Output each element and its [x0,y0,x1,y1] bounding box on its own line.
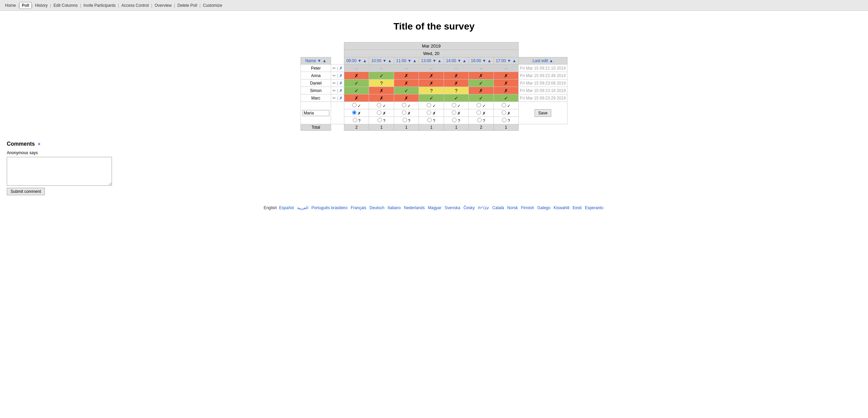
time-col-3[interactable]: 13:00 ▼ ▲ [419,57,444,65]
radio-maybe-3[interactable]: ? [419,117,444,124]
radio-yes-5[interactable]: ✓ [469,102,494,109]
vote-cell-r4-c6: ✓ [494,94,518,102]
current-lang: English [264,205,277,210]
lang-link-nederlands[interactable]: Nederlands [404,205,425,210]
new-name-cell [301,102,331,124]
lang-link-eesti[interactable]: Eesti [573,205,582,210]
radio-yes-6[interactable]: ✓ [494,102,518,109]
delete-icon-1[interactable]: ✗ [339,73,343,78]
edit-icon-pipe: | [337,73,338,78]
language-links: Español العربية Português brasileiro Fra… [278,205,604,210]
radio-yes-1[interactable]: ✓ [369,102,394,109]
lang-link-italiano[interactable]: Italiano [388,205,401,210]
last-edit-1: Fri Mar 15 09:22:49 2019 [519,72,567,79]
time-col-4[interactable]: 14:00 ▼ ▲ [444,57,468,65]
main-content: Title of the survey Mar 2019 Wed, 20 Nam… [0,11,868,418]
save-button[interactable]: Save [535,109,551,117]
footer: English Español العربية Português brasil… [7,195,861,214]
vote-cell-r0-c4: – [444,65,468,72]
radio-yes-0[interactable]: ✓ [344,102,369,109]
date-header-row: Mar 2019 [301,42,567,50]
radio-maybe-4[interactable]: ? [444,117,468,124]
lang-link-esperanto[interactable]: Esperanto [585,205,603,210]
scissor-icon: ✂ [332,96,336,101]
vote-cell-r1-c5: ✗ [469,72,494,79]
radio-maybe-2[interactable]: ? [394,117,419,124]
lang-link-português-brasileiro[interactable]: Português brasileiro [311,205,348,210]
radio-maybe-6[interactable]: ? [494,117,518,124]
comment-textarea[interactable] [7,157,112,186]
radio-maybe-0[interactable]: ? [344,117,369,124]
time-col-0[interactable]: 09:00 ▼ ▲ [344,57,369,65]
radio-yes-2[interactable]: ✓ [394,102,419,109]
lang-link-deutsch[interactable]: Deutsch [369,205,384,210]
lang-link-español[interactable]: Español [279,205,294,210]
scissor-icon: ✂ [332,88,336,93]
radio-no-5[interactable]: ✗ [469,109,494,117]
new-name-input[interactable] [302,110,329,116]
lang-link-עברית[interactable]: עברית [478,205,489,210]
table-row: Daniel✂ | ✗✓?✗✗✗✓✗Fri Mar 15 09:23:08 20… [301,79,567,87]
submit-comment-button[interactable]: Submit comment [7,188,45,195]
vote-cell-r1-c6: ✗ [494,72,518,79]
lang-link-français[interactable]: Français [351,205,366,210]
radio-no-1[interactable]: ✗ [369,109,394,117]
lang-link-svenska[interactable]: Svenska [445,205,460,210]
radio-no-6[interactable]: ✗ [494,109,518,117]
time-col-5[interactable]: 16:00 ▼ ▲ [469,57,494,65]
table-row: Peter✂ | ✗–––––––Fri Mar 15 09:21:10 201… [301,65,567,72]
total-3: 1 [419,124,444,131]
lang-link-finnish[interactable]: Finnish [521,205,534,210]
nav-delete-poll[interactable]: Delete Poll [175,2,199,9]
new-entry-row-yes: ✓ ✓ ✓ ✓ ✓ ✓ ✓ Save [301,102,567,109]
radio-no-4[interactable]: ✗ [444,109,468,117]
radio-maybe-5[interactable]: ? [469,117,494,124]
time-col-2[interactable]: 11:00 ▼ ▲ [394,57,419,65]
nav-history[interactable]: History [33,2,50,9]
time-col-6[interactable]: 17:00 ▼ ▲ [494,57,518,65]
lang-link-kiswahili[interactable]: Kiswahili [554,205,570,210]
delete-icon-3[interactable]: ✗ [339,88,343,93]
delete-icon-4[interactable]: ✗ [339,96,343,101]
delete-icon-0[interactable]: ✗ [339,66,343,71]
delete-icon-2[interactable]: ✗ [339,81,343,86]
last-edit-col-header[interactable]: Last edit ▲ [519,57,567,65]
lang-link-العربية[interactable]: العربية [297,205,308,210]
nav-overview[interactable]: Overview [152,2,174,9]
nav-customize[interactable]: Customize [200,2,225,9]
vote-cell-r2-c5: ✓ [469,79,494,87]
radio-yes-3[interactable]: ✓ [419,102,444,109]
radio-no-3[interactable]: ✗ [419,109,444,117]
lang-link-česky[interactable]: Česky [463,205,475,210]
total-1: 1 [369,124,394,131]
add-comment-icon[interactable]: + [38,141,40,147]
nav-access-control[interactable]: Access Control [119,2,151,9]
last-edit-2: Fri Mar 15 09:23:08 2019 [519,79,567,87]
lang-link-galego[interactable]: Galego [537,205,551,210]
last-edit-3: Fri Mar 15 09:23:18 2019 [519,87,567,94]
vote-cell-r0-c6: – [494,65,518,72]
lang-link-norsk[interactable]: Norsk [507,205,518,210]
row-icons-0: ✂ | ✗ [331,65,344,72]
radio-yes-4[interactable]: ✓ [444,102,468,109]
nav-poll[interactable]: Poll [19,2,32,9]
edit-icon-pipe: | [337,81,338,86]
nav-edit-columns[interactable]: Edit Columns [51,2,80,9]
poll-table: Mar 2019 Wed, 20 Name ▼ ▲ 09:00 ▼ ▲ 10:0… [301,42,567,131]
nav-bar: Home | Poll | History | Edit Columns | I… [0,0,868,11]
lang-link-magyar[interactable]: Magyar [428,205,442,210]
radio-no-0[interactable]: ✗ [344,109,369,117]
name-col-header[interactable]: Name ▼ ▲ [301,57,331,65]
row-icons-4: ✂ | ✗ [331,94,344,102]
time-col-1[interactable]: 10:00 ▼ ▲ [369,57,394,65]
lang-link-català[interactable]: Català [492,205,504,210]
nav-invite-participants[interactable]: Invite Participants [81,2,118,9]
vote-cell-r3-c5: ✗ [469,87,494,94]
nav-home[interactable]: Home [3,2,18,9]
row-name-0: Peter [301,65,331,72]
vote-cell-r1-c0: ✗ [344,72,369,79]
vote-cell-r3-c3: ? [419,87,444,94]
vote-cell-r4-c0: ✗ [344,94,369,102]
radio-no-2[interactable]: ✗ [394,109,419,117]
radio-maybe-1[interactable]: ? [369,117,394,124]
